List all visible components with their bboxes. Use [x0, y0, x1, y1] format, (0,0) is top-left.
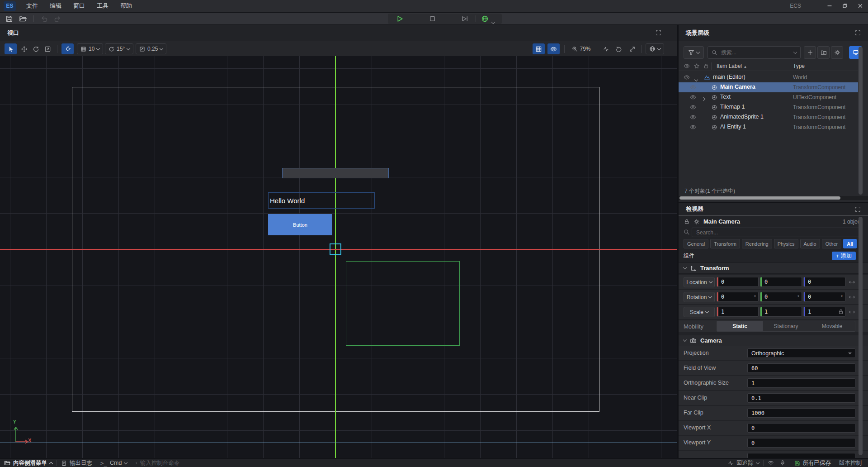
tab-transform[interactable]: Transform: [710, 239, 740, 248]
viewport-y-input[interactable]: [748, 440, 855, 446]
section-collapse-chevron[interactable]: [683, 338, 687, 342]
menu-help[interactable]: 帮助: [114, 0, 138, 12]
reset-view-icon[interactable]: [613, 43, 624, 54]
inspector-search-input[interactable]: [695, 229, 859, 236]
hierarchy-expand-icon[interactable]: [855, 30, 861, 36]
hierarchy-vertical-scrollbar[interactable]: [859, 47, 863, 195]
menu-window[interactable]: 窗口: [67, 0, 91, 12]
hierarchy-row-ai-entity[interactable]: AI Entity 1 TransformComponent: [679, 122, 858, 132]
scale-y-input[interactable]: [762, 307, 802, 316]
favorite-column-icon[interactable]: [693, 63, 700, 69]
play-icon[interactable]: [396, 15, 404, 23]
world-dropdown[interactable]: [646, 43, 664, 54]
mobility-stationary[interactable]: Stationary: [763, 321, 809, 331]
activity-icon[interactable]: [600, 43, 611, 54]
snap-magnet-icon[interactable]: [61, 43, 74, 54]
section-collapse-chevron[interactable]: [683, 266, 687, 269]
open-folder-icon[interactable]: [19, 15, 27, 23]
scale-x-input[interactable]: [718, 307, 758, 316]
trace-button[interactable]: 回追踪: [724, 459, 763, 467]
transform-section-header[interactable]: Transform: [679, 262, 868, 274]
globe-dropdown-chevron[interactable]: [492, 17, 500, 25]
reset-scale-icon[interactable]: [849, 309, 855, 315]
lock-column-icon[interactable]: [703, 63, 709, 69]
location-label-dropdown[interactable]: Location: [684, 277, 715, 287]
undo-icon[interactable]: [41, 15, 48, 23]
hierarchy-row-tilemap[interactable]: Tilemap 1 TransformComponent: [679, 102, 858, 112]
rotation-x-input[interactable]: [718, 292, 754, 301]
menu-tools[interactable]: 工具: [91, 0, 114, 12]
type-column[interactable]: Type: [793, 63, 805, 69]
console-command-input[interactable]: › 输入控制台命令: [131, 459, 184, 467]
unlock-icon[interactable]: [684, 219, 690, 225]
add-entity-button[interactable]: [804, 46, 816, 59]
wifi-icon[interactable]: [768, 460, 774, 466]
hierarchy-row-animatedsprite[interactable]: AnimatedSprite 1 TransformComponent: [679, 112, 858, 122]
location-x-input[interactable]: [718, 277, 758, 286]
mobility-movable[interactable]: Movable: [809, 321, 855, 331]
stop-icon[interactable]: [429, 15, 436, 23]
hierarchy-search[interactable]: [708, 46, 801, 59]
menu-edit[interactable]: 编辑: [44, 0, 67, 12]
rotation-z-input[interactable]: [805, 292, 841, 301]
tab-all[interactable]: All: [843, 239, 857, 248]
text-object[interactable]: Hello World: [268, 192, 375, 209]
grid-toggle-icon[interactable]: [533, 43, 545, 54]
output-log-button[interactable]: 输出日志: [57, 459, 96, 467]
near-clip-input[interactable]: [748, 395, 855, 401]
hierarchy-row-main-camera[interactable]: Main Camera TransformComponent: [679, 82, 858, 92]
scale-tool-icon[interactable]: [42, 43, 54, 54]
maximize-button[interactable]: [837, 0, 853, 12]
hierarchy-search-input[interactable]: [720, 49, 791, 56]
new-folder-button[interactable]: [817, 46, 830, 59]
viewport-expand-icon[interactable]: [656, 30, 661, 36]
location-z-input[interactable]: [805, 277, 845, 286]
green-region-object[interactable]: [346, 261, 460, 346]
tab-general[interactable]: General: [684, 239, 708, 248]
tab-audio[interactable]: Audio: [800, 239, 820, 248]
camera-section-header[interactable]: Camera: [679, 335, 868, 346]
viewport-x-input[interactable]: [748, 425, 855, 431]
minimize-button[interactable]: [822, 0, 837, 12]
inspector-expand-icon[interactable]: [855, 206, 861, 212]
globe-icon[interactable]: [481, 15, 489, 23]
scale-snap-dropdown[interactable]: 0.25: [136, 43, 166, 54]
hierarchy-row-text[interactable]: Text UITextComponent: [679, 92, 858, 102]
orthographic-size-input[interactable]: [748, 380, 855, 386]
scale-lock-icon[interactable]: [838, 309, 844, 315]
tab-physics[interactable]: Physics: [774, 239, 798, 248]
microphone-icon[interactable]: [779, 460, 786, 466]
projection-dropdown[interactable]: Orthographic: [747, 348, 855, 358]
location-y-input[interactable]: [762, 277, 802, 286]
move-tool-icon[interactable]: [18, 43, 30, 54]
scene-canvas[interactable]: Hello World Button Y X: [0, 56, 677, 458]
redo-icon[interactable]: [53, 15, 61, 23]
panel-object[interactable]: [282, 168, 389, 178]
field-of-view-input[interactable]: [748, 365, 855, 372]
eye-icon[interactable]: [690, 104, 696, 110]
expand-chevron-icon[interactable]: [695, 76, 698, 82]
reset-rotation-icon[interactable]: [849, 294, 855, 300]
version-control-button[interactable]: 版本控制: [835, 459, 868, 467]
eye-icon[interactable]: [690, 84, 696, 91]
tab-other[interactable]: Other: [822, 239, 842, 248]
inspector-vertical-scrollbar[interactable]: [859, 217, 863, 455]
filter-button[interactable]: [684, 46, 704, 59]
inspector-search[interactable]: [692, 228, 863, 237]
save-status[interactable]: 所有已保存: [790, 459, 835, 467]
zoom-indicator[interactable]: 79%: [569, 43, 594, 54]
close-button[interactable]: [853, 0, 868, 12]
add-component-button[interactable]: + 添加: [832, 252, 856, 260]
hierarchy-row-main[interactable]: main (Editor) World: [679, 72, 858, 82]
grid-snap-dropdown[interactable]: 10: [77, 43, 103, 54]
reset-location-icon[interactable]: [849, 279, 855, 286]
rotate-snap-dropdown[interactable]: 15°: [105, 43, 133, 54]
far-clip-input[interactable]: [748, 410, 855, 416]
rotation-y-input[interactable]: [762, 292, 797, 301]
selection-handle[interactable]: [330, 243, 341, 255]
fullscreen-icon[interactable]: [627, 43, 637, 54]
eye-icon[interactable]: [684, 74, 690, 81]
content-drawer-button[interactable]: 内容侧滑菜单: [0, 459, 57, 467]
menu-file[interactable]: 文件: [20, 0, 44, 12]
hierarchy-horizontal-scrollbar[interactable]: [679, 196, 868, 200]
